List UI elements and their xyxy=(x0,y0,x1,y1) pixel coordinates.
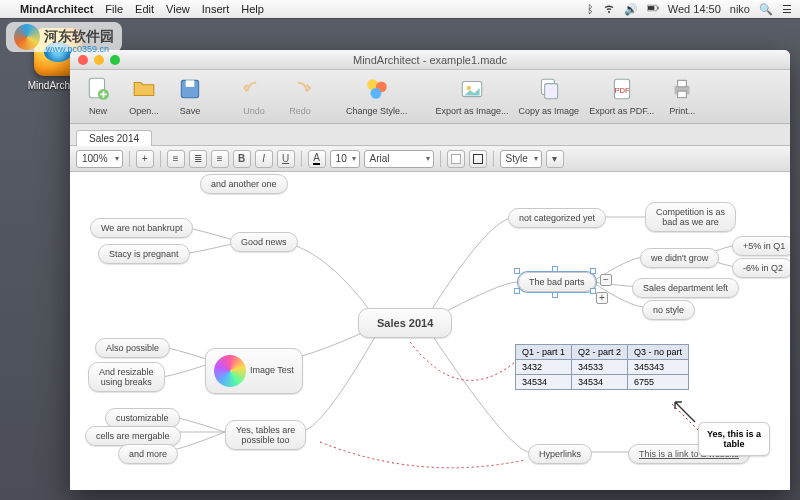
table-cell[interactable]: 6755 xyxy=(628,375,689,390)
node-not-bankrupt[interactable]: We are not bankrupt xyxy=(90,218,193,238)
menubar-view[interactable]: View xyxy=(166,3,190,15)
fill-color-button[interactable] xyxy=(447,150,465,168)
node-didnt-grow[interactable]: we didn't grow xyxy=(640,248,719,268)
svg-point-9 xyxy=(370,88,381,99)
svg-rect-17 xyxy=(678,80,687,87)
colorwheel-icon xyxy=(214,355,246,387)
volume-icon[interactable]: 🔊 xyxy=(624,3,638,16)
node-center[interactable]: Sales 2014 xyxy=(358,308,452,338)
node-cut-top[interactable]: and another one xyxy=(200,174,288,194)
node-good-news[interactable]: Good news xyxy=(230,232,298,252)
node-q1-up[interactable]: +5% in Q1 xyxy=(732,236,790,256)
node-resizable[interactable]: And resizable using breaks xyxy=(88,362,165,392)
window-titlebar[interactable]: MindArchitect - example1.madc xyxy=(70,50,790,70)
svg-rect-6 xyxy=(186,80,195,87)
watermark-badge: 河东软件园 www.pc0359.cn xyxy=(6,22,122,52)
node-mergable[interactable]: cells are mergable xyxy=(85,426,181,446)
table-cell[interactable]: 34534 xyxy=(516,375,572,390)
collapse-toggle[interactable]: − xyxy=(600,274,612,286)
callout-table[interactable]: Yes, this is a table xyxy=(698,422,770,456)
format-bar: 100% + ≡ ≣ ≡ B I U A 10 Arial Style ▾ xyxy=(70,146,790,172)
style-combo[interactable]: Style xyxy=(500,150,542,168)
wifi-icon[interactable] xyxy=(603,2,615,16)
save-button[interactable]: Save xyxy=(172,74,208,116)
node-no-style[interactable]: no style xyxy=(642,300,695,320)
document-tab[interactable]: Sales 2014 xyxy=(76,130,152,146)
style-dropdown-button[interactable]: ▾ xyxy=(546,150,564,168)
node-image-test-label: Image Test xyxy=(250,365,294,375)
selection-handle[interactable] xyxy=(514,288,520,294)
open-button[interactable]: Open... xyxy=(126,74,162,116)
node-also-possible[interactable]: Also possible xyxy=(95,338,170,358)
selection-handle[interactable] xyxy=(552,292,558,298)
node-customizable[interactable]: customizable xyxy=(105,408,180,428)
add-node-button[interactable]: + xyxy=(136,150,154,168)
mindmap-canvas[interactable]: and another one We are not bankrupt Stac… xyxy=(70,172,790,490)
export-image-button[interactable]: Export as Image... xyxy=(436,74,509,116)
battery-icon[interactable] xyxy=(647,2,659,16)
selection-handle[interactable] xyxy=(552,266,558,272)
underline-button[interactable]: U xyxy=(277,150,295,168)
change-style-button[interactable]: Change Style... xyxy=(346,74,408,116)
new-button[interactable]: New xyxy=(80,74,116,116)
node-tables[interactable]: Yes, tables are possible too xyxy=(225,420,306,450)
node-and-more[interactable]: and more xyxy=(118,444,178,464)
table-cell[interactable]: 34534 xyxy=(572,375,628,390)
add-child-toggle[interactable]: + xyxy=(596,292,608,304)
node-sales-left[interactable]: Sales department left xyxy=(632,278,739,298)
mac-menubar: MindArchitect File Edit View Insert Help… xyxy=(0,0,800,18)
undo-button[interactable]: Undo xyxy=(236,74,272,116)
bluetooth-icon[interactable]: ᛒ xyxy=(587,3,594,15)
node-image-test[interactable]: Image Test xyxy=(205,348,303,394)
zoom-combo[interactable]: 100% xyxy=(76,150,123,168)
svg-rect-2 xyxy=(657,7,658,10)
table-cell[interactable]: 345343 xyxy=(628,360,689,375)
font-size-combo[interactable]: 10 xyxy=(330,150,360,168)
svg-text:PDF: PDF xyxy=(614,86,630,95)
export-pdf-button-label: Export as PDF... xyxy=(589,106,654,116)
menubar-edit[interactable]: Edit xyxy=(135,3,154,15)
table-header[interactable]: Q2 - part 2 xyxy=(572,345,628,360)
print-button[interactable]: Print... xyxy=(664,74,700,116)
menubar-clock[interactable]: Wed 14:50 xyxy=(668,3,721,15)
border-color-button[interactable] xyxy=(469,150,487,168)
table-cell[interactable]: 34533 xyxy=(572,360,628,375)
tab-strip: Sales 2014 xyxy=(70,124,790,146)
selection-handle[interactable] xyxy=(590,268,596,274)
font-family-combo[interactable]: Arial xyxy=(364,150,434,168)
italic-button[interactable]: I xyxy=(255,150,273,168)
redo-button[interactable]: Redo xyxy=(282,74,318,116)
menu-extras-icon[interactable]: ☰ xyxy=(782,3,792,16)
menubar-help[interactable]: Help xyxy=(241,3,264,15)
spotlight-icon[interactable]: 🔍 xyxy=(759,3,773,16)
mindmap-table[interactable]: Q1 - part 1 Q2 - part 2 Q3 - no part 343… xyxy=(515,344,689,390)
export-image-button-label: Export as Image... xyxy=(436,106,509,116)
table-header[interactable]: Q3 - no part xyxy=(628,345,689,360)
menubar-insert[interactable]: Insert xyxy=(202,3,230,15)
bold-button[interactable]: B xyxy=(233,150,251,168)
watermark-logo-icon xyxy=(14,24,40,50)
align-center-button[interactable]: ≣ xyxy=(189,150,207,168)
change-style-button-label: Change Style... xyxy=(346,106,408,116)
font-color-button[interactable]: A xyxy=(308,150,326,168)
copy-image-button[interactable]: Copy as Image xyxy=(519,74,580,116)
align-left-button[interactable]: ≡ xyxy=(167,150,185,168)
table-header[interactable]: Q1 - part 1 xyxy=(516,345,572,360)
node-competition[interactable]: Competition is as bad as we are xyxy=(645,202,736,232)
node-hyperlinks[interactable]: Hyperlinks xyxy=(528,444,592,464)
menubar-app[interactable]: MindArchitect xyxy=(20,3,93,15)
align-right-button[interactable]: ≡ xyxy=(211,150,229,168)
node-bad-parts[interactable]: The bad parts xyxy=(518,272,596,292)
node-not-categorized[interactable]: not categorized yet xyxy=(508,208,606,228)
copy-image-button-label: Copy as Image xyxy=(519,106,580,116)
menubar-user[interactable]: niko xyxy=(730,3,750,15)
menubar-file[interactable]: File xyxy=(105,3,123,15)
svg-rect-13 xyxy=(545,84,558,99)
export-pdf-button[interactable]: PDFExport as PDF... xyxy=(589,74,654,116)
node-pregnant[interactable]: Stacy is pregnant xyxy=(98,244,190,264)
selection-handle[interactable] xyxy=(514,268,520,274)
callout-arrow-icon xyxy=(670,397,700,427)
table-cell[interactable]: 3432 xyxy=(516,360,572,375)
node-q2-down[interactable]: -6% in Q2 xyxy=(732,258,790,278)
svg-point-11 xyxy=(467,86,471,90)
